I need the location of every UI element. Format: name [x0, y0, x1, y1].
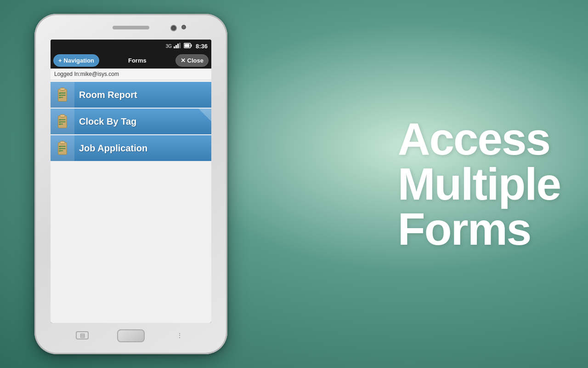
list-item[interactable]: Job Application: [51, 135, 211, 161]
svg-rect-27: [60, 142, 64, 144]
svg-rect-9: [60, 88, 64, 90]
status-time: 8:36: [196, 43, 208, 50]
status-bar: 3G 8:36: [51, 40, 211, 52]
headline-line3: Forms: [398, 207, 560, 252]
clock-by-tag-label: Clock By Tag: [74, 116, 136, 127]
svg-rect-22: [59, 119, 60, 121]
svg-rect-31: [59, 146, 60, 147]
signal-icon: [174, 43, 182, 49]
phone-speaker: [113, 26, 149, 29]
svg-rect-2: [177, 44, 179, 48]
logged-in-bar: Logged In:mike@isys.com: [51, 69, 211, 80]
svg-rect-3: [179, 43, 181, 48]
svg-rect-1: [175, 45, 177, 48]
svg-rect-23: [59, 121, 60, 123]
nav-bar: + Navigation Forms ✕ Close: [51, 52, 211, 69]
svg-rect-5: [191, 45, 192, 47]
network-icon: 3G: [166, 44, 172, 49]
svg-rect-24: [59, 124, 60, 125]
room-report-label: Room Report: [74, 90, 137, 100]
menu-list: Room Report: [51, 82, 211, 161]
svg-rect-15: [59, 97, 60, 98]
menu-icon-clock-by-tag: [51, 109, 74, 134]
svg-rect-33: [59, 150, 60, 152]
close-button[interactable]: ✕ Close: [175, 54, 209, 67]
svg-rect-0: [174, 46, 175, 48]
navigation-button[interactable]: + Navigation: [53, 54, 99, 67]
headline-line2: Multiple: [398, 161, 560, 207]
phone-screen: 3G 8:36: [51, 40, 211, 323]
svg-rect-6: [184, 44, 189, 47]
headline-text: Access Multiple Forms: [398, 116, 560, 252]
list-item[interactable]: Room Report: [51, 82, 211, 108]
navigation-label: Navigation: [64, 57, 94, 64]
battery-icon: [184, 43, 192, 49]
headline-line1: Access: [398, 116, 560, 161]
forms-button[interactable]: Forms: [101, 55, 174, 66]
phone-sensor: [181, 25, 186, 29]
list-item[interactable]: Clock By Tag: [51, 109, 211, 134]
job-application-label: Job Application: [74, 143, 147, 154]
status-icons: 3G 8:36: [166, 43, 208, 50]
menu-icon-room-report: [51, 82, 74, 108]
phone-device: 3G 8:36: [34, 14, 227, 354]
svg-rect-18: [60, 115, 64, 117]
x-icon: ✕: [181, 57, 186, 64]
svg-rect-32: [59, 148, 60, 150]
menu-icon-job-application: [51, 135, 74, 161]
forms-label: Forms: [128, 57, 147, 64]
phone-menu-button[interactable]: ⋮: [173, 331, 186, 339]
phone-home-button[interactable]: [117, 329, 145, 342]
close-label: Close: [187, 57, 204, 64]
plus-icon: +: [58, 57, 62, 64]
app-content: Logged In:mike@isys.com: [51, 69, 211, 323]
phone-back-button[interactable]: [76, 331, 89, 339]
phone-camera: [170, 25, 177, 31]
logged-in-text: Logged In:mike@isys.com: [54, 71, 119, 77]
svg-rect-14: [59, 95, 60, 96]
svg-rect-13: [59, 92, 60, 94]
